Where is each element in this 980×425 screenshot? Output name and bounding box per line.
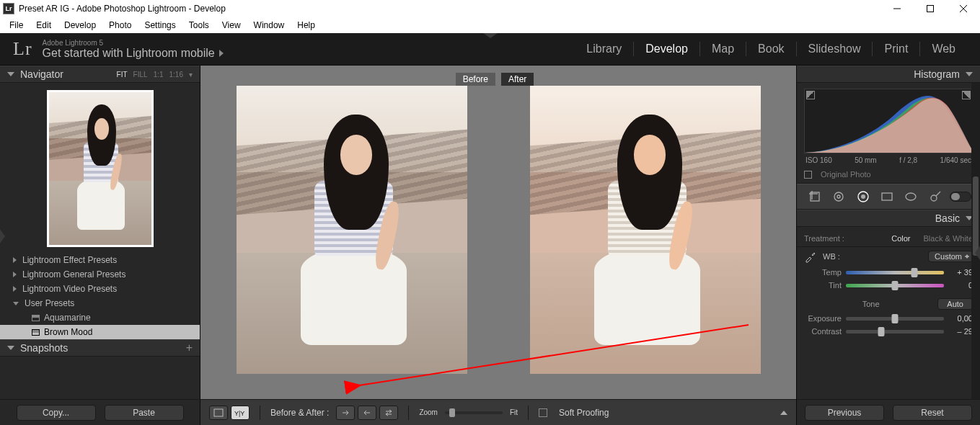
module-web[interactable]: Web xyxy=(920,42,967,55)
menu-help[interactable]: Help xyxy=(291,19,321,32)
histogram-graph[interactable] xyxy=(804,89,973,153)
original-photo-checkbox[interactable] xyxy=(804,171,812,179)
spot-removal-tool-icon[interactable] xyxy=(829,187,848,206)
preset-folder-label: Lightroom Video Presets xyxy=(22,284,117,294)
zoom-1-1[interactable]: 1:1 xyxy=(154,71,164,79)
preset-folder-user[interactable]: User Presets xyxy=(0,296,200,310)
copy-after-to-before-button[interactable] xyxy=(358,406,376,420)
slider-knob-icon[interactable] xyxy=(892,281,899,290)
swap-before-after-button[interactable] xyxy=(379,406,398,420)
zoom-fill[interactable]: FILL xyxy=(133,71,148,79)
window-maximize-button[interactable] xyxy=(914,0,947,17)
menu-file[interactable]: File xyxy=(4,19,29,32)
preset-folder[interactable]: Lightroom General Presets xyxy=(0,267,200,282)
menu-window[interactable]: Window xyxy=(248,19,291,32)
treatment-label: Treatment : xyxy=(804,234,844,243)
contrast-slider[interactable] xyxy=(846,330,944,334)
menu-edit[interactable]: Edit xyxy=(30,19,57,32)
zoom-ratio[interactable]: 1:16 xyxy=(169,71,183,79)
preset-item-brown-mood[interactable]: Brown Mood xyxy=(0,325,200,339)
paste-button[interactable]: Paste xyxy=(105,405,184,421)
crop-tool-icon[interactable] xyxy=(805,187,824,206)
module-develop[interactable]: Develop xyxy=(634,42,699,55)
slider-knob-icon[interactable] xyxy=(878,327,884,336)
before-pane[interactable]: Before xyxy=(208,73,495,395)
toolbar-options-button[interactable] xyxy=(780,411,787,415)
copy-before-to-after-button[interactable] xyxy=(336,406,355,420)
menu-view[interactable]: View xyxy=(216,19,247,32)
temp-value[interactable]: + 39 xyxy=(948,268,973,277)
menu-develop[interactable]: Develop xyxy=(58,19,102,32)
redeye-tool-icon[interactable] xyxy=(854,187,873,206)
treatment-bw[interactable]: Black & White xyxy=(924,234,973,243)
tint-slider[interactable] xyxy=(846,284,944,287)
preset-folder[interactable]: Lightroom Effect Presets xyxy=(0,253,200,267)
left-panel-toggle-icon[interactable] xyxy=(0,229,5,243)
soft-proofing-checkbox[interactable] xyxy=(539,408,547,417)
auto-tone-button[interactable]: Auto xyxy=(937,298,973,310)
svg-rect-1 xyxy=(927,6,934,12)
before-after-view-button[interactable]: Y|Y xyxy=(231,406,250,420)
histogram-title: Histogram xyxy=(914,68,960,80)
after-pane[interactable]: After xyxy=(501,73,789,395)
preset-folder-label: Lightroom Effect Presets xyxy=(22,255,117,265)
preset-folder[interactable]: Lightroom Video Presets xyxy=(0,282,200,296)
exposure-value[interactable]: 0,00 xyxy=(948,314,973,323)
loupe-view-button[interactable] xyxy=(209,406,228,420)
contrast-value[interactable]: – 29 xyxy=(948,327,973,336)
module-picker: Library Develop Map Book Slideshow Print… xyxy=(575,42,967,56)
adjustment-brush-tool-icon[interactable] xyxy=(926,187,945,206)
exposure-slider[interactable] xyxy=(846,317,944,321)
treatment-color[interactable]: Color xyxy=(891,234,910,243)
previous-button[interactable]: Previous xyxy=(805,405,884,421)
module-book[interactable]: Book xyxy=(746,42,795,55)
right-scrollbar[interactable] xyxy=(971,83,980,399)
original-photo-row[interactable]: Original Photo xyxy=(797,167,980,184)
lightroom-mobile-cta[interactable]: Get started with Lightroom mobile xyxy=(43,47,224,60)
wb-select[interactable]: Custom xyxy=(928,251,973,262)
highlight-clipping-icon[interactable] xyxy=(962,91,971,99)
after-label: After xyxy=(501,73,534,86)
tint-value[interactable]: 0 xyxy=(948,281,973,290)
module-library[interactable]: Library xyxy=(575,42,633,55)
module-slideshow[interactable]: Slideshow xyxy=(797,42,873,55)
reset-button[interactable]: Reset xyxy=(893,405,972,421)
before-after-controls xyxy=(336,406,398,420)
zoom-slider[interactable] xyxy=(445,411,503,414)
before-photo xyxy=(237,86,467,374)
copy-button[interactable]: Copy... xyxy=(17,405,96,421)
slider-knob-icon[interactable] xyxy=(911,268,918,277)
add-snapshot-button[interactable]: + xyxy=(186,341,193,354)
right-panel-toggle-icon[interactable] xyxy=(975,246,980,260)
zoom-fit[interactable]: FIT xyxy=(117,71,128,79)
presets-panel: Lightroom Effect Presets Lightroom Gener… xyxy=(0,253,200,339)
window-minimize-button[interactable] xyxy=(880,0,914,17)
zoom-ratio-chevron-icon[interactable]: ▾ xyxy=(189,71,193,79)
module-print[interactable]: Print xyxy=(873,42,919,55)
slider-knob-icon[interactable] xyxy=(449,408,455,417)
shadow-clipping-icon[interactable] xyxy=(806,91,815,99)
soft-proofing-label: Soft Proofing xyxy=(559,408,609,418)
module-map[interactable]: Map xyxy=(700,42,746,55)
menu-tools[interactable]: Tools xyxy=(183,19,215,32)
eyedropper-icon[interactable] xyxy=(804,250,817,263)
basic-header[interactable]: Basic xyxy=(797,210,980,227)
window-title: Preset AR IG - Adobe Photoshop Lightroom… xyxy=(19,4,226,14)
tint-label: Tint xyxy=(804,281,842,290)
temp-slider[interactable] xyxy=(846,271,944,274)
navigator-preview[interactable] xyxy=(0,83,200,253)
preset-item-aquamarine[interactable]: Aquamarine xyxy=(0,310,200,325)
graduated-filter-tool-icon[interactable] xyxy=(878,187,896,206)
snapshots-header[interactable]: Snapshots + xyxy=(0,339,200,357)
menu-settings[interactable]: Settings xyxy=(138,19,181,32)
panel-switch[interactable] xyxy=(950,192,971,202)
workspace: Navigator FIT FILL 1:1 1:16 ▾ Lightroom … xyxy=(0,66,980,425)
scrollbar-thumb[interactable] xyxy=(973,176,979,256)
window-close-button[interactable] xyxy=(947,0,980,17)
top-panel-toggle-icon[interactable] xyxy=(483,33,498,38)
navigator-header[interactable]: Navigator FIT FILL 1:1 1:16 ▾ xyxy=(0,66,200,83)
menu-photo[interactable]: Photo xyxy=(103,19,137,32)
radial-filter-tool-icon[interactable] xyxy=(901,187,920,206)
slider-knob-icon[interactable] xyxy=(892,314,899,323)
histogram-header[interactable]: Histogram xyxy=(797,66,980,83)
